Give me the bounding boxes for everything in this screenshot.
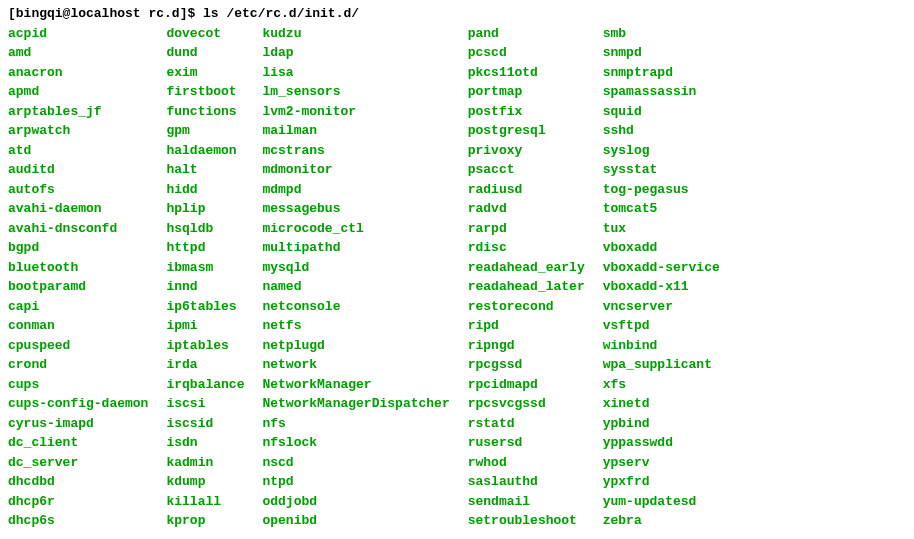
- file-entry: dc_server: [8, 453, 148, 473]
- file-entry: arptables_jf: [8, 102, 148, 122]
- file-entry: lisa: [262, 63, 449, 83]
- file-entry: yum-updatesd: [603, 492, 720, 512]
- file-entry: mailman: [262, 121, 449, 141]
- file-entry: vsftpd: [603, 316, 720, 336]
- file-entry: dhcp6r: [8, 492, 148, 512]
- file-entry: mcstrans: [262, 141, 449, 161]
- file-entry: squid: [603, 102, 720, 122]
- file-entry: oddjobd: [262, 492, 449, 512]
- file-entry: snmptrapd: [603, 63, 720, 83]
- file-entry: openibd: [262, 511, 449, 531]
- file-entry: bootparamd: [8, 277, 148, 297]
- file-entry: wpa_supplicant: [603, 355, 720, 375]
- file-entry: yppasswdd: [603, 433, 720, 453]
- file-entry: snmpd: [603, 43, 720, 63]
- file-entry: hsqldb: [166, 219, 244, 239]
- file-entry: xinetd: [603, 394, 720, 414]
- file-entry: rstatd: [468, 414, 585, 434]
- file-entry: ypxfrd: [603, 472, 720, 492]
- file-entry: netconsole: [262, 297, 449, 317]
- file-entry: atd: [8, 141, 148, 161]
- file-entry: tomcat5: [603, 199, 720, 219]
- file-entry: gpm: [166, 121, 244, 141]
- file-entry: ldap: [262, 43, 449, 63]
- file-entry: sendmail: [468, 492, 585, 512]
- file-entry: avahi-daemon: [8, 199, 148, 219]
- file-entry: kadmin: [166, 453, 244, 473]
- file-entry: network: [262, 355, 449, 375]
- file-entry: nfs: [262, 414, 449, 434]
- file-entry: kdump: [166, 472, 244, 492]
- file-entry: ibmasm: [166, 258, 244, 278]
- file-entry: dund: [166, 43, 244, 63]
- file-entry: pcscd: [468, 43, 585, 63]
- file-entry: restorecond: [468, 297, 585, 317]
- file-entry: tog-pegasus: [603, 180, 720, 200]
- file-entry: lvm2-monitor: [262, 102, 449, 122]
- file-entry: cups: [8, 375, 148, 395]
- file-entry: postgresql: [468, 121, 585, 141]
- column-3: pandpcscdpkcs11otdportmappostfixpostgres…: [468, 24, 603, 531]
- file-entry: autofs: [8, 180, 148, 200]
- column-4: smbsnmpdsnmptrapdspamassassinsquidsshdsy…: [603, 24, 738, 531]
- file-entry: saslauthd: [468, 472, 585, 492]
- file-entry: psacct: [468, 160, 585, 180]
- file-entry: ip6tables: [166, 297, 244, 317]
- file-entry: rusersd: [468, 433, 585, 453]
- file-entry: auditd: [8, 160, 148, 180]
- file-entry: microcode_ctl: [262, 219, 449, 239]
- file-entry: zebra: [603, 511, 720, 531]
- file-entry: bluetooth: [8, 258, 148, 278]
- file-entry: ripd: [468, 316, 585, 336]
- file-entry: multipathd: [262, 238, 449, 258]
- prompt-command: ls /etc/rc.d/init.d/: [203, 6, 359, 21]
- file-entry: rpcidmapd: [468, 375, 585, 395]
- file-entry: capi: [8, 297, 148, 317]
- file-entry: rarpd: [468, 219, 585, 239]
- file-entry: vncserver: [603, 297, 720, 317]
- prompt-user-host: [bingqi@localhost rc.d]$: [8, 6, 195, 21]
- file-entry: netfs: [262, 316, 449, 336]
- file-entry: mdmpd: [262, 180, 449, 200]
- column-0: acpidamdanacronapmdarptables_jfarpwatcha…: [8, 24, 166, 531]
- file-entry: sysstat: [603, 160, 720, 180]
- file-entry: postfix: [468, 102, 585, 122]
- file-entry: hplip: [166, 199, 244, 219]
- file-entry: vboxadd-service: [603, 258, 720, 278]
- file-entry: hidd: [166, 180, 244, 200]
- file-entry: kprop: [166, 511, 244, 531]
- file-entry: rpcsvcgssd: [468, 394, 585, 414]
- file-entry: dc_client: [8, 433, 148, 453]
- file-entry: isdn: [166, 433, 244, 453]
- file-entry: conman: [8, 316, 148, 336]
- file-entry: pkcs11otd: [468, 63, 585, 83]
- file-entry: nfslock: [262, 433, 449, 453]
- file-entry: innd: [166, 277, 244, 297]
- file-entry: NetworkManagerDispatcher: [262, 394, 449, 414]
- file-entry: crond: [8, 355, 148, 375]
- file-entry: amd: [8, 43, 148, 63]
- file-entry: haldaemon: [166, 141, 244, 161]
- file-entry: httpd: [166, 238, 244, 258]
- file-entry: acpid: [8, 24, 148, 44]
- file-entry: mysqld: [262, 258, 449, 278]
- file-entry: cyrus-imapd: [8, 414, 148, 434]
- file-entry: apmd: [8, 82, 148, 102]
- file-entry: syslog: [603, 141, 720, 161]
- file-entry: iscsi: [166, 394, 244, 414]
- file-entry: radiusd: [468, 180, 585, 200]
- file-entry: netplugd: [262, 336, 449, 356]
- file-entry: exim: [166, 63, 244, 83]
- file-entry: sshd: [603, 121, 720, 141]
- file-entry: xfs: [603, 375, 720, 395]
- file-entry: smb: [603, 24, 720, 44]
- file-entry: dhcp6s: [8, 511, 148, 531]
- file-entry: named: [262, 277, 449, 297]
- file-entry: bgpd: [8, 238, 148, 258]
- file-entry: ripngd: [468, 336, 585, 356]
- file-entry: dhcdbd: [8, 472, 148, 492]
- file-entry: ntpd: [262, 472, 449, 492]
- file-entry: avahi-dnsconfd: [8, 219, 148, 239]
- terminal-prompt-line: [bingqi@localhost rc.d]$ ls /etc/rc.d/in…: [8, 4, 906, 24]
- file-entry: ypserv: [603, 453, 720, 473]
